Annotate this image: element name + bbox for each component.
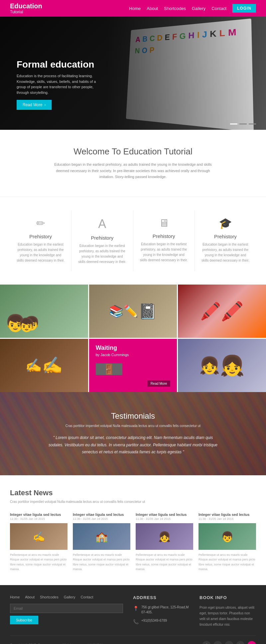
footer-book-title: BOOK INFO [200, 595, 256, 600]
welcome-section: Welcome To Education Tutorial Education … [0, 130, 266, 197]
subscribe-button[interactable]: Subscribe [10, 616, 38, 624]
welcome-title: Welcome To Education Tutorial [33, 146, 233, 157]
news-date-2: 11:30 - 31/05 Jan 19 2015 [73, 517, 130, 521]
footer-nav-home[interactable]: Home [10, 595, 20, 599]
gallery-item-5-overlay[interactable]: Waiting by Jacob Cummings 🚪 Read More [89, 339, 177, 392]
news-image-4: 👦 [199, 523, 256, 550]
pencil-icon: ✏ [17, 217, 65, 230]
footer-address-title: ADDRESS [133, 595, 190, 600]
logo-title: Education [10, 2, 42, 10]
feature-title-2: Prehistory [78, 235, 126, 241]
footer-top: Home About Shortcodes Gallery Contact Su… [10, 595, 256, 629]
gallery-read-more-button[interactable]: Read More [147, 380, 170, 387]
read-more-button[interactable]: Read More › [17, 100, 52, 110]
feature-item-4: 🎓 Prehistory Education began in the earl… [195, 210, 256, 271]
letter-a-icon: A [78, 217, 126, 231]
latest-news-sub: Cras porttitor imperdiet volutpat Nulla … [10, 499, 256, 505]
nav-home[interactable]: Home [129, 6, 141, 11]
footer-nav: Home About Shortcodes Gallery Contact [10, 595, 123, 599]
hero-title: Formal education [17, 59, 103, 70]
gallery-section: 👦 👦 📓 🖍️ ✍️ Waiting by Jacob Cummings 🚪 … [0, 285, 266, 392]
feature-title-4: Prehistory [201, 234, 249, 239]
news-title-1: Integer vitae ligula sed lectus [10, 513, 67, 517]
testimonials-quote: " Lorem ipsum dolor sit amet, consectetu… [47, 434, 219, 456]
gallery-item-6[interactable]: 👧 [178, 339, 266, 392]
news-image-3: 👧 [136, 523, 193, 550]
feature-item-1: ✏ Prehistory Education began in the earl… [10, 210, 71, 271]
slider-dot-2[interactable] [239, 123, 247, 124]
footer-address-phone: 📞 +91(0)5349-6789 [133, 618, 190, 625]
news-item-2[interactable]: Integer vitae ligula sed lectus 11:30 - … [73, 513, 130, 572]
gallery-item-3[interactable]: 🖍️ [178, 285, 266, 338]
linkedin-icon[interactable]: in [236, 641, 245, 644]
news-desc-2: Pellentesque ut arcu eu mauris scale Ris… [73, 552, 130, 572]
news-desc-3: Pellentesque ut arcu eu mauris scale Ris… [136, 552, 193, 572]
footer-address-location: 📍 756 gt glibel Place, 125-Road,M 07-405… [133, 605, 190, 615]
news-desc-4: Pellentesque ut arcu eu mauris scale Ris… [199, 552, 256, 572]
phone-icon: 📞 [133, 618, 139, 625]
news-item-4[interactable]: Integer vitae ligula sed lectus 11:30 - … [199, 513, 256, 572]
gallery-overlay-title: Waiting [96, 344, 171, 351]
news-date-3: 11:30 - 31/05 Jan 19 2015 [136, 517, 193, 521]
footer-phone-text: +91(0)5349-6789 [141, 618, 167, 623]
feature-desc-3: Education began in the earliest prehisto… [140, 242, 188, 263]
news-grid: Integer vitae ligula sed lectus 11:30 - … [10, 513, 256, 572]
footer: Home About Shortcodes Gallery Contact Su… [0, 585, 266, 644]
main-nav: Home About Shortcodes Gallery Contact LO… [129, 4, 256, 13]
feature-item-2: A Prehistory Education began in the earl… [71, 210, 133, 271]
footer-book-desc: Proin eget ipsum ultrices, aliquet velit… [200, 605, 256, 627]
footer-nav-contact[interactable]: Contact [81, 595, 93, 599]
nav-about[interactable]: About [147, 6, 158, 11]
feature-title-1: Prehistory [17, 234, 65, 239]
footer-nav-shortcodes[interactable]: Shortcodes [40, 595, 59, 599]
gallery-item-1[interactable]: 👦 👦 [0, 285, 88, 338]
footer-email-input[interactable] [10, 604, 123, 613]
testimonials-content: Testimonials Cras porttitor imperdiet vo… [33, 411, 233, 456]
googleplus-icon[interactable]: g [225, 641, 233, 644]
news-date-1: 11:30 - 31/05 Jan 19 2015 [10, 517, 67, 521]
feature-desc-2: Education began in the earliest prehisto… [78, 243, 126, 265]
location-icon: 📍 [133, 605, 139, 612]
social-links: f t g in ♪ [202, 641, 256, 644]
hero-section: A B C D E F G H I J K L M N O P Formal e… [0, 17, 266, 130]
login-button[interactable]: LOGIN [232, 4, 256, 13]
logo-subtitle: Tutorial [10, 10, 42, 14]
slider-dot-1[interactable] [230, 123, 237, 124]
footer-email-box: Subscribe [10, 604, 123, 624]
footer-bottom: Copyright © 2015. Company name All right… [10, 635, 256, 644]
hero-description: Education is the process of facilitating… [17, 73, 103, 95]
news-item-1[interactable]: Integer vitae ligula sed lectus 11:30 - … [10, 513, 67, 572]
gallery-overlay-author: by Jacob Cummings [96, 353, 171, 357]
music-icon[interactable]: ♪ [247, 641, 256, 644]
news-image-1: ✍️ [10, 523, 67, 550]
welcome-description: Education began in the earliest prehisto… [53, 161, 213, 180]
gallery-item-2[interactable]: 📓 [89, 285, 177, 338]
news-title-2: Integer vitae ligula sed lectus [73, 513, 130, 517]
footer-book-col: BOOK INFO Proin eget ipsum ultrices, ali… [200, 595, 256, 629]
hero-slider-dots [230, 123, 256, 124]
monitor-icon: 🖥 [140, 217, 188, 229]
feature-title-3: Prehistory [140, 233, 188, 239]
news-image-2: 🏫 [73, 523, 130, 550]
footer-nav-about[interactable]: About [25, 595, 35, 599]
nav-shortcodes[interactable]: Shortcodes [164, 6, 186, 11]
twitter-icon[interactable]: t [213, 641, 222, 644]
nav-gallery[interactable]: Gallery [192, 6, 205, 11]
graduation-icon: 🎓 [201, 217, 249, 230]
news-date-4: 11:30 - 31/05 Jan 19 2015 [199, 517, 256, 521]
testimonials-sub: Cras porttitor imperdiet volutpat Nulla … [47, 423, 219, 428]
hero-content: Formal education Education is the proces… [17, 59, 103, 110]
gallery-overlay-image: 🚪 [96, 363, 122, 375]
logo: Education Tutorial [10, 2, 42, 14]
news-item-3[interactable]: Integer vitae ligula sed lectus 11:30 - … [136, 513, 193, 572]
footer-nav-gallery[interactable]: Gallery [64, 595, 75, 599]
slider-dot-3[interactable] [249, 123, 256, 124]
news-desc-1: Pellentesque ut arcu eu mauris scale Ris… [10, 552, 67, 572]
facebook-icon[interactable]: f [202, 641, 211, 644]
nav-contact[interactable]: Contact [211, 6, 226, 11]
testimonials-heading: Testimonials [47, 411, 219, 421]
gallery-item-4[interactable]: ✍️ [0, 339, 88, 392]
header: Education Tutorial Home About Shortcodes… [0, 0, 266, 17]
news-title-3: Integer vitae ligula sed lectus [136, 513, 193, 517]
news-title-4: Integer vitae ligula sed lectus [199, 513, 256, 517]
